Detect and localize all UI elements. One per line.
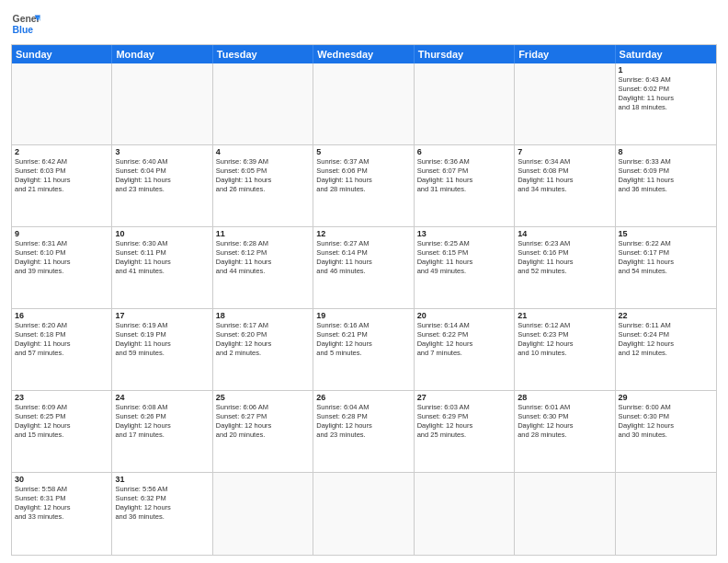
day-info: Sunrise: 6:00 AM Sunset: 6:30 PM Dayligh… xyxy=(619,403,713,441)
calendar-day-cell: 23Sunrise: 6:09 AM Sunset: 6:25 PM Dayli… xyxy=(12,391,112,472)
calendar-row: 16Sunrise: 6:20 AM Sunset: 6:18 PM Dayli… xyxy=(12,309,716,391)
calendar-empty-cell xyxy=(213,473,313,555)
day-info: Sunrise: 6:06 AM Sunset: 6:27 PM Dayligh… xyxy=(216,403,310,441)
calendar-row: 1Sunrise: 6:43 AM Sunset: 6:02 PM Daylig… xyxy=(12,63,716,145)
calendar-day-cell: 9Sunrise: 6:31 AM Sunset: 6:10 PM Daylig… xyxy=(12,227,112,308)
day-number: 31 xyxy=(115,475,209,484)
page: General Blue SundayMondayTuesdayWednesda… xyxy=(0,0,728,563)
weekday-header: Thursday xyxy=(415,45,515,63)
day-number: 11 xyxy=(216,229,310,238)
day-number: 21 xyxy=(518,311,611,320)
calendar-day-cell: 17Sunrise: 6:19 AM Sunset: 6:19 PM Dayli… xyxy=(112,309,212,390)
day-info: Sunrise: 5:56 AM Sunset: 6:32 PM Dayligh… xyxy=(115,485,209,523)
calendar-day-cell: 13Sunrise: 6:25 AM Sunset: 6:15 PM Dayli… xyxy=(415,227,515,308)
calendar-day-cell: 2Sunrise: 6:42 AM Sunset: 6:03 PM Daylig… xyxy=(12,145,112,226)
calendar-day-cell: 10Sunrise: 6:30 AM Sunset: 6:11 PM Dayli… xyxy=(112,227,212,308)
calendar-day-cell: 11Sunrise: 6:28 AM Sunset: 6:12 PM Dayli… xyxy=(213,227,313,308)
calendar-row: 23Sunrise: 6:09 AM Sunset: 6:25 PM Dayli… xyxy=(12,391,716,473)
calendar-day-cell: 6Sunrise: 6:36 AM Sunset: 6:07 PM Daylig… xyxy=(415,145,515,226)
calendar-row: 9Sunrise: 6:31 AM Sunset: 6:10 PM Daylig… xyxy=(12,227,716,309)
day-number: 19 xyxy=(316,311,410,320)
calendar-empty-cell xyxy=(313,63,414,144)
calendar-day-cell: 26Sunrise: 6:04 AM Sunset: 6:28 PM Dayli… xyxy=(313,391,414,472)
weekday-header: Sunday xyxy=(12,45,112,63)
calendar: SundayMondayTuesdayWednesdayThursdayFrid… xyxy=(11,44,717,556)
calendar-empty-cell xyxy=(415,473,515,555)
day-number: 4 xyxy=(216,147,310,156)
calendar-day-cell: 31Sunrise: 5:56 AM Sunset: 6:32 PM Dayli… xyxy=(112,473,212,555)
day-info: Sunrise: 6:36 AM Sunset: 6:07 PM Dayligh… xyxy=(417,157,511,195)
day-info: Sunrise: 6:42 AM Sunset: 6:03 PM Dayligh… xyxy=(15,157,108,195)
calendar-empty-cell xyxy=(112,63,212,144)
day-info: Sunrise: 6:08 AM Sunset: 6:26 PM Dayligh… xyxy=(115,403,209,441)
calendar-day-cell: 25Sunrise: 6:06 AM Sunset: 6:27 PM Dayli… xyxy=(213,391,313,472)
day-number: 23 xyxy=(15,393,108,402)
calendar-day-cell: 30Sunrise: 5:58 AM Sunset: 6:31 PM Dayli… xyxy=(12,473,112,555)
day-number: 24 xyxy=(115,393,209,402)
calendar-body: 1Sunrise: 6:43 AM Sunset: 6:02 PM Daylig… xyxy=(12,63,716,555)
day-info: Sunrise: 6:12 AM Sunset: 6:23 PM Dayligh… xyxy=(518,321,611,359)
calendar-day-cell: 24Sunrise: 6:08 AM Sunset: 6:26 PM Dayli… xyxy=(112,391,212,472)
day-number: 26 xyxy=(316,393,410,402)
day-info: Sunrise: 6:23 AM Sunset: 6:16 PM Dayligh… xyxy=(518,239,611,277)
day-info: Sunrise: 6:03 AM Sunset: 6:29 PM Dayligh… xyxy=(417,403,511,441)
calendar-day-cell: 22Sunrise: 6:11 AM Sunset: 6:24 PM Dayli… xyxy=(616,309,716,390)
logo-icon: General Blue xyxy=(11,9,40,39)
day-info: Sunrise: 6:40 AM Sunset: 6:04 PM Dayligh… xyxy=(115,157,209,195)
day-info: Sunrise: 6:27 AM Sunset: 6:14 PM Dayligh… xyxy=(316,239,410,277)
day-info: Sunrise: 6:33 AM Sunset: 6:09 PM Dayligh… xyxy=(619,157,713,195)
calendar-day-cell: 14Sunrise: 6:23 AM Sunset: 6:16 PM Dayli… xyxy=(515,227,615,308)
day-number: 20 xyxy=(417,311,511,320)
day-number: 13 xyxy=(417,229,511,238)
day-number: 7 xyxy=(518,147,611,156)
day-number: 18 xyxy=(216,311,310,320)
weekday-header: Saturday xyxy=(616,45,716,63)
calendar-day-cell: 1Sunrise: 6:43 AM Sunset: 6:02 PM Daylig… xyxy=(616,63,716,144)
calendar-day-cell: 3Sunrise: 6:40 AM Sunset: 6:04 PM Daylig… xyxy=(112,145,212,226)
calendar-header: SundayMondayTuesdayWednesdayThursdayFrid… xyxy=(12,45,716,63)
day-number: 3 xyxy=(115,147,209,156)
day-info: Sunrise: 6:37 AM Sunset: 6:06 PM Dayligh… xyxy=(316,157,410,195)
day-number: 25 xyxy=(216,393,310,402)
day-number: 29 xyxy=(619,393,713,402)
day-info: Sunrise: 6:09 AM Sunset: 6:25 PM Dayligh… xyxy=(15,403,108,441)
day-info: Sunrise: 6:34 AM Sunset: 6:08 PM Dayligh… xyxy=(518,157,611,195)
calendar-day-cell: 19Sunrise: 6:16 AM Sunset: 6:21 PM Dayli… xyxy=(313,309,414,390)
calendar-empty-cell xyxy=(213,63,313,144)
day-info: Sunrise: 6:19 AM Sunset: 6:19 PM Dayligh… xyxy=(115,321,209,359)
calendar-empty-cell xyxy=(313,473,414,555)
calendar-day-cell: 28Sunrise: 6:01 AM Sunset: 6:30 PM Dayli… xyxy=(515,391,615,472)
day-info: Sunrise: 6:31 AM Sunset: 6:10 PM Dayligh… xyxy=(15,239,108,277)
day-info: Sunrise: 6:30 AM Sunset: 6:11 PM Dayligh… xyxy=(115,239,209,277)
calendar-empty-cell xyxy=(12,63,112,144)
calendar-day-cell: 16Sunrise: 6:20 AM Sunset: 6:18 PM Dayli… xyxy=(12,309,112,390)
day-number: 9 xyxy=(15,229,108,238)
day-number: 17 xyxy=(115,311,209,320)
calendar-day-cell: 21Sunrise: 6:12 AM Sunset: 6:23 PM Dayli… xyxy=(515,309,615,390)
day-info: Sunrise: 6:28 AM Sunset: 6:12 PM Dayligh… xyxy=(216,239,310,277)
calendar-day-cell: 18Sunrise: 6:17 AM Sunset: 6:20 PM Dayli… xyxy=(213,309,313,390)
day-number: 14 xyxy=(518,229,611,238)
day-info: Sunrise: 6:22 AM Sunset: 6:17 PM Dayligh… xyxy=(619,239,713,277)
calendar-day-cell: 15Sunrise: 6:22 AM Sunset: 6:17 PM Dayli… xyxy=(616,227,716,308)
calendar-empty-cell xyxy=(515,473,615,555)
calendar-row: 2Sunrise: 6:42 AM Sunset: 6:03 PM Daylig… xyxy=(12,145,716,227)
day-info: Sunrise: 6:01 AM Sunset: 6:30 PM Dayligh… xyxy=(518,403,611,441)
day-info: Sunrise: 6:17 AM Sunset: 6:20 PM Dayligh… xyxy=(216,321,310,359)
day-number: 28 xyxy=(518,393,611,402)
day-info: Sunrise: 6:16 AM Sunset: 6:21 PM Dayligh… xyxy=(316,321,410,359)
weekday-header: Monday xyxy=(112,45,212,63)
day-number: 6 xyxy=(417,147,511,156)
calendar-day-cell: 7Sunrise: 6:34 AM Sunset: 6:08 PM Daylig… xyxy=(515,145,615,226)
day-info: Sunrise: 5:58 AM Sunset: 6:31 PM Dayligh… xyxy=(15,485,108,523)
day-info: Sunrise: 6:11 AM Sunset: 6:24 PM Dayligh… xyxy=(619,321,713,359)
calendar-day-cell: 29Sunrise: 6:00 AM Sunset: 6:30 PM Dayli… xyxy=(616,391,716,472)
day-number: 8 xyxy=(619,147,713,156)
calendar-day-cell: 12Sunrise: 6:27 AM Sunset: 6:14 PM Dayli… xyxy=(313,227,414,308)
day-number: 1 xyxy=(619,65,713,75)
header: General Blue xyxy=(11,9,717,39)
calendar-row: 30Sunrise: 5:58 AM Sunset: 6:31 PM Dayli… xyxy=(12,473,716,555)
day-info: Sunrise: 6:14 AM Sunset: 6:22 PM Dayligh… xyxy=(417,321,511,359)
calendar-empty-cell xyxy=(415,63,515,144)
calendar-day-cell: 4Sunrise: 6:39 AM Sunset: 6:05 PM Daylig… xyxy=(213,145,313,226)
